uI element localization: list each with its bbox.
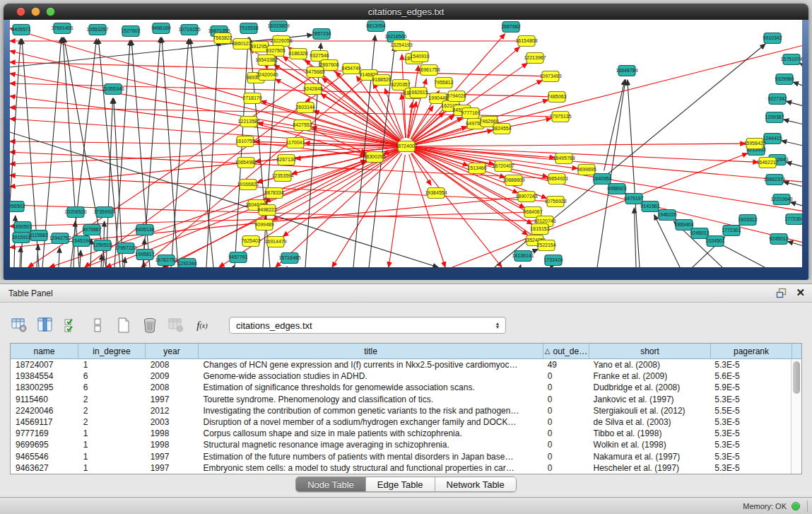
graph-node[interactable]: 2718170 — [242, 93, 261, 104]
graph-node[interactable]: 8186328 — [288, 49, 307, 59]
graph-node[interactable]: 1603312 — [738, 215, 757, 226]
graph-node[interactable]: 1540910 — [410, 52, 429, 62]
graph-node[interactable]: 15958423 — [743, 139, 765, 149]
unselect-all-button[interactable] — [88, 316, 107, 334]
graph-node[interactable]: 2603144 — [295, 103, 314, 113]
graph-node[interactable]: 17975135 — [549, 112, 571, 122]
table-row[interactable]: 969969511998Structural magnetic resonanc… — [11, 439, 791, 450]
graph-node[interactable]: 17957223 — [114, 243, 136, 254]
graph-node[interactable]: 9227342 — [767, 94, 787, 105]
graph-node[interactable]: 16033809 — [267, 21, 289, 32]
graph-node[interactable]: 1772301 — [722, 226, 741, 236]
delete-table-button-disabled[interactable] — [167, 316, 185, 334]
graph-node[interactable]: 7625402 — [241, 236, 260, 247]
graph-node[interactable]: 1956502 — [10, 201, 25, 212]
graph-node[interactable]: 16543382 — [255, 55, 277, 66]
graph-node[interactable]: 9498222 — [257, 205, 276, 216]
graph-node[interactable]: 8427552 — [293, 120, 312, 131]
graph-node[interactable]: 18720407 — [492, 161, 514, 172]
graph-node[interactable]: 1850501 — [13, 222, 32, 233]
graph-node[interactable]: 7515538 — [239, 23, 258, 34]
table-options-button[interactable] — [10, 316, 28, 334]
table-row[interactable]: 946362711997Embryonic stem cells: a mode… — [11, 462, 791, 474]
graph-node[interactable]: 15716485 — [278, 253, 300, 264]
graph-node[interactable]: 16154808 — [515, 36, 537, 47]
table-row[interactable]: 977716911998Corpus callosum shape and si… — [11, 428, 791, 439]
graph-node[interactable]: 10688609 — [502, 175, 524, 186]
graph-node[interactable]: 19384554 — [425, 188, 447, 199]
graph-node[interactable]: 16961758 — [418, 65, 440, 76]
graph-node[interactable]: 16648784 — [616, 66, 637, 76]
memory-status-indicator[interactable] — [792, 502, 800, 510]
graph-node[interactable]: 18300295 — [363, 152, 385, 163]
graph-node[interactable]: 1946220 — [657, 210, 676, 221]
graph-node[interactable]: 8878334 — [264, 188, 283, 199]
graph-node[interactable]: 6479197 — [624, 194, 643, 204]
tab-node-table[interactable]: Node Table — [296, 477, 366, 491]
graph-node[interactable]: 1024501 — [705, 236, 724, 247]
graph-node[interactable]: 8813054 — [366, 21, 385, 32]
graph-node[interactable]: 9457791 — [228, 252, 247, 263]
graph-node[interactable]: 20206526 — [64, 207, 86, 218]
graph-node[interactable]: 12353594 — [271, 171, 293, 182]
column-header-in_degree[interactable]: in_degree — [78, 344, 146, 358]
graph-node[interactable]: 21055346 — [102, 84, 124, 95]
close-window-button[interactable] — [16, 7, 25, 16]
network-window-titlebar[interactable]: citations_edges.txt — [4, 4, 808, 20]
graph-node[interactable]: 16782753 — [155, 255, 177, 266]
graph-node[interactable]: 12213967 — [524, 53, 546, 64]
table-row[interactable]: 911546021997Tourette syndrome. Phenomeno… — [11, 394, 791, 405]
graph-node[interactable]: 5905136 — [135, 225, 154, 235]
graph-node[interactable]: 12210648 — [770, 194, 792, 205]
float-window-icon[interactable] — [776, 288, 787, 298]
table-row[interactable]: 1872400712008Changes of HCN gene express… — [11, 359, 791, 370]
graph-node[interactable]: 17359924 — [93, 207, 115, 218]
tab-edge-table[interactable]: Edge Table — [366, 477, 435, 491]
table-row[interactable]: 2242004622012Investigating the contribut… — [11, 405, 791, 416]
graph-node[interactable]: 18724007 — [395, 141, 417, 152]
graph-node[interactable]: 15692371 — [763, 175, 785, 185]
table-row[interactable]: 1938455462009Genome-wide association stu… — [11, 370, 791, 382]
graph-node[interactable]: 1733426 — [543, 255, 563, 266]
tab-network-table[interactable]: Network Table — [435, 477, 516, 491]
graph-node[interactable]: 9245012 — [769, 234, 788, 245]
graph-node[interactable]: 12213586 — [237, 117, 259, 127]
table-row[interactable]: 1456911722003Disruption of a novel membe… — [11, 416, 791, 428]
scrollbar-thumb[interactable] — [793, 361, 800, 394]
graph-node[interactable]: 22420046 — [256, 70, 278, 81]
graph-node[interactable]: 1662615 — [408, 88, 428, 98]
graph-node[interactable]: 10719155 — [178, 25, 200, 35]
graph-node[interactable]: 19166822 — [237, 180, 259, 190]
graph-node[interactable]: 23226058 — [270, 36, 292, 47]
graph-node[interactable]: 9699695 — [577, 165, 596, 175]
graph-node[interactable]: 2522154 — [536, 240, 555, 251]
network-canvas[interactable]: 9405571376914061055325715276029466160107… — [10, 20, 802, 267]
minimize-window-button[interactable] — [31, 7, 40, 16]
graph-node[interactable]: 7955812 — [434, 78, 453, 88]
table-row[interactable]: 1830029562008Estimation of significance … — [11, 382, 791, 393]
graph-node[interactable]: 12942757 — [49, 233, 71, 244]
graph-node[interactable]: 10756928 — [544, 197, 566, 207]
graph-node[interactable]: 1513466 — [467, 163, 486, 174]
graph-node[interactable]: 9466160 — [151, 23, 170, 34]
column-header-title[interactable]: title — [199, 344, 543, 358]
show-columns-button[interactable] — [36, 316, 54, 334]
graph-node[interactable]: 9910342 — [763, 33, 782, 44]
column-header-name[interactable]: name — [11, 344, 78, 358]
table-row[interactable]: 946554611997Estimation of the future num… — [11, 451, 791, 462]
new-document-button[interactable] — [114, 316, 133, 334]
graph-node[interactable]: 3824554 — [492, 124, 511, 134]
graph-node[interactable]: 8267130 — [276, 155, 295, 165]
zoom-window-button[interactable] — [46, 7, 55, 16]
graph-node[interactable]: 1995817 — [135, 250, 154, 260]
graph-node[interactable]: 1615152 — [530, 224, 549, 235]
graph-node[interactable]: 9141561 — [640, 201, 659, 212]
column-header-short[interactable]: short — [589, 344, 711, 358]
column-header-out_de[interactable]: △out_de… — [543, 344, 589, 358]
graph-node[interactable]: 1869404 — [674, 220, 693, 230]
graph-node[interactable]: 1527602 — [121, 26, 140, 37]
graph-node[interactable]: 7563822 — [213, 33, 232, 44]
graph-node[interactable]: 19654923 — [546, 174, 567, 185]
graph-node[interactable]: 9188520 — [372, 75, 391, 86]
graph-node[interactable]: 1209387 — [765, 112, 784, 123]
